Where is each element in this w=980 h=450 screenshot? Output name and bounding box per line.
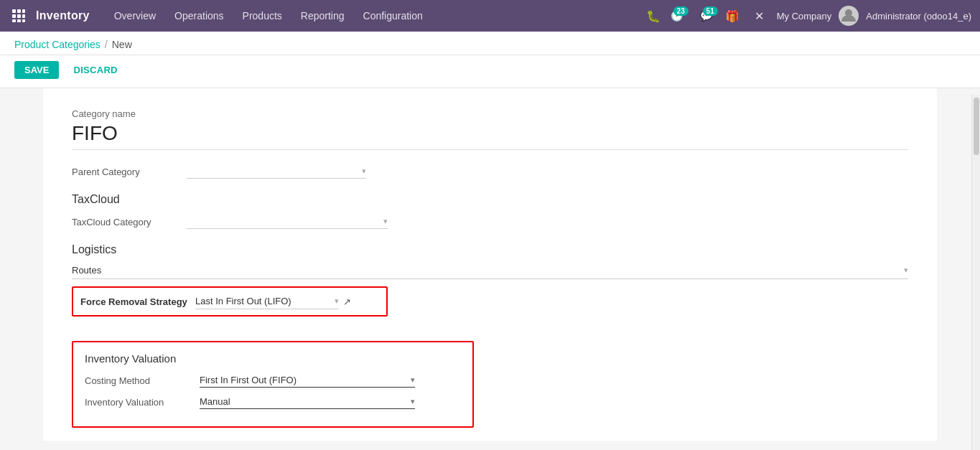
costing-method-select[interactable]: First In First Out (FIFO) ▾ <box>200 373 415 388</box>
costing-method-value: First In First Out (FIFO) <box>200 375 297 385</box>
main-content-scroll: Category name FIFO Parent Category ▾ Tax… <box>0 88 980 441</box>
scrollbar-track[interactable] <box>971 95 980 441</box>
top-right-actions: 🐛 🕐 23 💬 51 🎁 ✕ My Company Administrator… <box>643 6 971 26</box>
clock-badge-btn[interactable]: 🕐 23 <box>671 10 683 22</box>
costing-method-label: Costing Method <box>85 375 200 386</box>
svg-rect-5 <box>22 14 25 18</box>
force-removal-label: Force Removal Strategy <box>80 296 195 307</box>
company-name[interactable]: My Company <box>777 11 832 22</box>
svg-rect-1 <box>17 9 21 13</box>
nav-products[interactable]: Products <box>235 7 289 24</box>
inventory-valuation-section: Inventory Valuation Costing Method First… <box>72 341 474 428</box>
chat-badge-count: 51 <box>703 6 718 16</box>
category-name-value[interactable]: FIFO <box>72 122 908 150</box>
force-removal-caret: ▾ <box>335 296 339 306</box>
parent-category-select[interactable]: ▾ <box>187 164 366 179</box>
force-removal-value: Last In First Out (LIFO) <box>195 296 291 306</box>
force-removal-select[interactable]: Last In First Out (LIFO) ▾ <box>195 294 339 309</box>
form-card: Category name FIFO Parent Category ▾ Tax… <box>43 88 937 441</box>
chat-badge-btn[interactable]: 💬 51 <box>700 10 712 22</box>
category-name-section: Category name FIFO <box>72 108 908 150</box>
svg-rect-6 <box>12 19 16 22</box>
costing-method-row: Costing Method First In First Out (FIFO)… <box>85 373 461 388</box>
inventory-valuation-value: Manual <box>200 396 230 407</box>
scrollbar-thumb[interactable] <box>974 98 979 155</box>
taxcloud-category-select[interactable]: ▾ <box>187 215 388 229</box>
parent-category-value-container: ▾ <box>187 164 908 179</box>
app-brand: Inventory <box>36 9 90 22</box>
taxcloud-caret: ▾ <box>383 217 388 226</box>
bug-icon[interactable]: 🐛 <box>643 6 663 26</box>
close-icon[interactable]: ✕ <box>750 6 770 26</box>
clock-badge-count: 23 <box>673 6 689 16</box>
svg-rect-2 <box>22 9 25 13</box>
avatar[interactable] <box>839 6 859 26</box>
svg-rect-3 <box>12 14 16 18</box>
breadcrumb-separator: / <box>105 39 108 50</box>
action-bar: SAVE DISCARD <box>0 55 980 88</box>
routes-caret[interactable]: ▾ <box>904 266 908 275</box>
breadcrumb-current: New <box>112 39 132 50</box>
inv-val-caret: ▾ <box>411 397 415 406</box>
routes-row: Routes ▾ <box>72 265 908 279</box>
top-navigation: Inventory Overview Operations Products R… <box>0 0 980 32</box>
costing-method-caret: ▾ <box>411 375 415 385</box>
inv-val-label: Inventory Valuation <box>85 397 200 408</box>
inventory-valuation-row: Inventory Valuation Manual ▾ <box>85 395 461 409</box>
breadcrumb-parent[interactable]: Product Categories <box>14 39 101 50</box>
parent-category-caret: ▾ <box>362 167 366 176</box>
save-button[interactable]: SAVE <box>14 61 59 79</box>
nav-links: Overview Operations Products Reporting C… <box>107 7 643 24</box>
nav-overview[interactable]: Overview <box>107 7 163 24</box>
svg-rect-8 <box>22 19 25 22</box>
inventory-valuation-title: Inventory Valuation <box>85 352 461 365</box>
logistics-title: Logistics <box>72 243 908 256</box>
nav-reporting[interactable]: Reporting <box>294 7 352 24</box>
discard-button[interactable]: DISCARD <box>66 61 124 79</box>
inventory-valuation-select[interactable]: Manual ▾ <box>200 395 415 409</box>
svg-rect-4 <box>17 14 21 18</box>
parent-category-row: Parent Category ▾ <box>72 164 908 179</box>
force-removal-external-link[interactable]: ↗ <box>343 296 351 307</box>
svg-rect-7 <box>17 19 21 22</box>
grid-menu-icon[interactable] <box>9 6 29 26</box>
taxcloud-category-row: TaxCloud Category ▾ <box>72 215 908 229</box>
category-name-label: Category name <box>72 108 908 119</box>
nav-configuration[interactable]: Configuration <box>356 7 430 24</box>
parent-category-label: Parent Category <box>72 167 187 177</box>
admin-label: Administrator (odoo14_e) <box>866 11 971 22</box>
routes-label: Routes <box>72 265 101 276</box>
nav-operations[interactable]: Operations <box>167 7 230 24</box>
gift-icon[interactable]: 🎁 <box>722 6 742 26</box>
taxcloud-title: TaxCloud <box>72 193 908 206</box>
svg-rect-0 <box>12 9 16 13</box>
breadcrumb-bar: Product Categories / New <box>0 32 980 55</box>
taxcloud-category-value-container: ▾ <box>187 215 908 229</box>
taxcloud-category-label: TaxCloud Category <box>72 217 187 228</box>
force-removal-highlight: Force Removal Strategy Last In First Out… <box>72 286 388 317</box>
